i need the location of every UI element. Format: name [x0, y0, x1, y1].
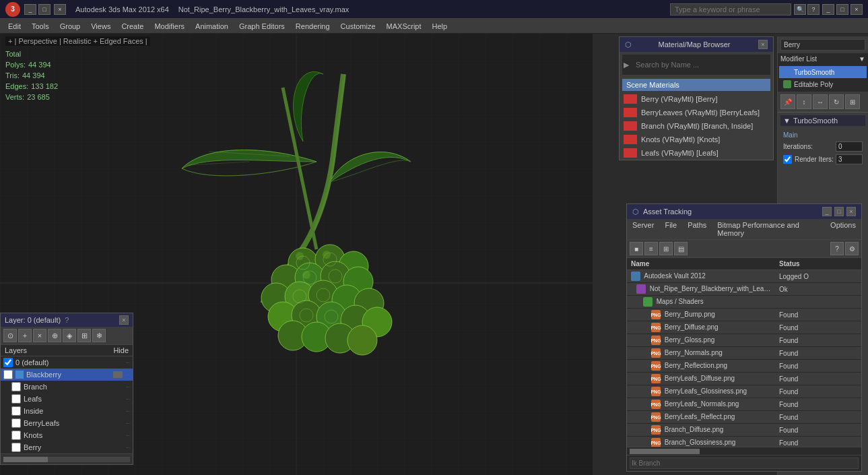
- layer-item-default[interactable]: 0 (default) ···: [1, 356, 133, 369]
- asset-tool-1[interactable]: ■: [630, 242, 643, 255]
- mod-tool-cursor[interactable]: ↕: [797, 94, 811, 109]
- menu-views[interactable]: Views: [86, 21, 116, 32]
- asset-row-berry-gloss[interactable]: PNG Berry_Gloss.png Found: [627, 334, 861, 347]
- asset-tool-2[interactable]: ≡: [644, 242, 658, 255]
- search-icon-btn[interactable]: 🔍: [794, 4, 806, 15]
- menu-help[interactable]: Help: [427, 21, 453, 32]
- ts-render-iters-checkbox[interactable]: [783, 155, 792, 164]
- asset-row-berryleafs-gloss[interactable]: PNG BerryLeafs_Glossiness.png Found: [627, 385, 861, 398]
- layer-check-inside[interactable]: [11, 406, 21, 416]
- layer-item-berryleafs[interactable]: BerryLeafs ···: [1, 417, 133, 429]
- mat-item-branch[interactable]: Branch (VRayMtl) [Branch, Inside]: [620, 119, 773, 133]
- asset-row-branch-diffuse[interactable]: PNG Branch_Diffuse.png Found: [627, 424, 861, 437]
- asset-tool-settings[interactable]: ⚙: [845, 242, 859, 255]
- asset-row-berryleafs-normals[interactable]: PNG BerryLeafs_Normals.png Found: [627, 398, 861, 411]
- layer-check-leafs[interactable]: [11, 394, 21, 404]
- layer-item-berry[interactable]: Berry ···: [1, 441, 133, 453]
- mod-tool-scale[interactable]: ⊞: [845, 94, 860, 109]
- asset-maximize-btn[interactable]: □: [834, 207, 844, 216]
- layer-check-knots[interactable]: [11, 431, 21, 440]
- layer-tool-add[interactable]: +: [18, 329, 32, 342]
- asset-row-berry-reflection[interactable]: PNG Berry_Reflection.png Found: [627, 360, 861, 373]
- modifier-turbosmooth[interactable]: TurboSmooth: [779, 66, 867, 78]
- modifier-search-input[interactable]: [780, 39, 865, 51]
- layer-item-leafs[interactable]: Leafs ···: [1, 393, 133, 405]
- win-maximize-btn[interactable]: □: [836, 4, 848, 15]
- asset-tool-3[interactable]: ⊞: [659, 242, 673, 255]
- layers-scrollbar[interactable]: [3, 457, 130, 462]
- win-close-btn[interactable]: ×: [850, 4, 863, 15]
- menu-maxscript[interactable]: MAXScript: [381, 21, 427, 32]
- asset-title-controls[interactable]: _ □ ×: [821, 207, 856, 216]
- mat-item-berryleaves[interactable]: BerryLeaves (VRayMtl) [BerryLeafs]: [620, 106, 773, 119]
- menu-modifiers[interactable]: Modifiers: [149, 21, 190, 32]
- modifier-editablepoly[interactable]: Editable Poly: [779, 78, 867, 90]
- mat-item-knots[interactable]: Knots (VRayMtl) [Knots]: [620, 133, 773, 146]
- mat-browser-close-btn[interactable]: ×: [758, 40, 768, 49]
- ts-collapse-header[interactable]: ▼ TurboSmooth: [780, 115, 865, 126]
- layer-check-blackberry[interactable]: [3, 370, 13, 379]
- minimize-btn[interactable]: _: [24, 4, 36, 15]
- menu-graph-editors[interactable]: Graph Editors: [234, 21, 290, 32]
- asset-menu-options[interactable]: Options: [825, 219, 861, 239]
- close-btn[interactable]: ×: [54, 4, 66, 15]
- win-minimize-btn[interactable]: _: [822, 4, 834, 15]
- main-window-controls[interactable]: _ □ ×: [822, 4, 863, 15]
- asset-tool-4[interactable]: ▤: [674, 242, 688, 255]
- asset-table-scroll[interactable]: Name Status Autodesk Vault 2012 Logged O…: [627, 258, 861, 447]
- layers-close-btn[interactable]: ×: [119, 315, 129, 325]
- asset-row-berry-bump[interactable]: PNG Berry_Bump.png Found: [627, 309, 861, 321]
- asset-tool-help[interactable]: ?: [830, 242, 844, 255]
- asset-row-vault[interactable]: Autodesk Vault 2012 Logged O: [627, 270, 861, 283]
- layer-item-blackberry[interactable]: Blackberry ···: [1, 369, 133, 381]
- asset-menu-file[interactable]: File: [659, 219, 682, 239]
- layer-check-berry[interactable]: [11, 443, 21, 452]
- layer-item-branch[interactable]: Branch ···: [1, 381, 133, 393]
- mat-search-input[interactable]: [632, 59, 769, 71]
- asset-row-berry-normals[interactable]: PNG Berry_Normals.png Found: [627, 347, 861, 360]
- asset-horizontal-scrollbar[interactable]: [627, 447, 861, 455]
- layer-tool-freeze-all[interactable]: ❄: [92, 329, 106, 342]
- menu-edit[interactable]: Edit: [3, 21, 26, 32]
- ts-render-iters-input[interactable]: [836, 154, 863, 164]
- asset-row-berry-diffuse[interactable]: PNG Berry_Diffuse.png Found: [627, 321, 861, 334]
- layer-tool-hide-all[interactable]: ⊞: [77, 329, 91, 342]
- asset-row-max-file[interactable]: Not_Ripe_Berry_Blackberry_with_Leaves_vr…: [627, 283, 861, 296]
- title-bar-window-controls[interactable]: _ □ ×: [24, 4, 66, 15]
- layer-item-inside[interactable]: Inside ···: [1, 405, 133, 417]
- layer-check-berryleafs[interactable]: [11, 418, 21, 428]
- layer-item-knots[interactable]: Knots ···: [1, 429, 133, 441]
- maximize-btn[interactable]: □: [38, 4, 51, 15]
- menu-create[interactable]: Create: [116, 21, 149, 32]
- layer-tool-current[interactable]: ⊙: [3, 329, 17, 342]
- asset-row-berryleafs-diffuse[interactable]: PNG BerryLeafs_Diffuse.png Found: [627, 373, 861, 385]
- ts-iterations-input[interactable]: [836, 141, 863, 152]
- layer-tool-delete[interactable]: ×: [33, 329, 46, 342]
- asset-menu-server[interactable]: Server: [627, 219, 659, 239]
- menu-rendering[interactable]: Rendering: [290, 21, 335, 32]
- asset-row-berryleafs-reflect[interactable]: PNG BerryLeafs_Reflect.png Found: [627, 411, 861, 424]
- asset-footer-input[interactable]: [630, 457, 859, 469]
- help-icon-btn[interactable]: ?: [807, 4, 820, 15]
- menu-customize[interactable]: Customize: [335, 21, 381, 32]
- layer-tool-add-sel[interactable]: ⊕: [48, 329, 61, 342]
- asset-minimize-btn[interactable]: _: [822, 207, 832, 216]
- mod-tool-rotate[interactable]: ↻: [829, 94, 844, 109]
- asset-close-btn[interactable]: ×: [846, 207, 856, 216]
- mod-tool-move[interactable]: ↔: [813, 94, 828, 109]
- layer-check-branch[interactable]: [11, 382, 21, 391]
- menu-tools[interactable]: Tools: [26, 21, 55, 32]
- layers-question-btn[interactable]: ?: [65, 316, 69, 324]
- asset-row-branch-gloss[interactable]: PNG Branch_Glossiness.png Found: [627, 437, 861, 447]
- layer-check-default[interactable]: [3, 358, 13, 367]
- layer-tool-select[interactable]: ◈: [63, 329, 76, 342]
- title-search-input[interactable]: [670, 3, 791, 15]
- asset-menu-bitmap[interactable]: Bitmap Performance and Memory: [712, 219, 825, 239]
- menu-group[interactable]: Group: [55, 21, 86, 32]
- asset-row-maps[interactable]: Maps / Shaders: [627, 296, 861, 309]
- menu-animation[interactable]: Animation: [190, 21, 234, 32]
- mat-item-leafs[interactable]: Leafs (VRayMtl) [Leafs]: [620, 146, 773, 160]
- mod-tool-pin[interactable]: 📌: [780, 94, 795, 109]
- mat-browser-controls[interactable]: ×: [757, 40, 768, 49]
- asset-menu-paths[interactable]: Paths: [682, 219, 712, 239]
